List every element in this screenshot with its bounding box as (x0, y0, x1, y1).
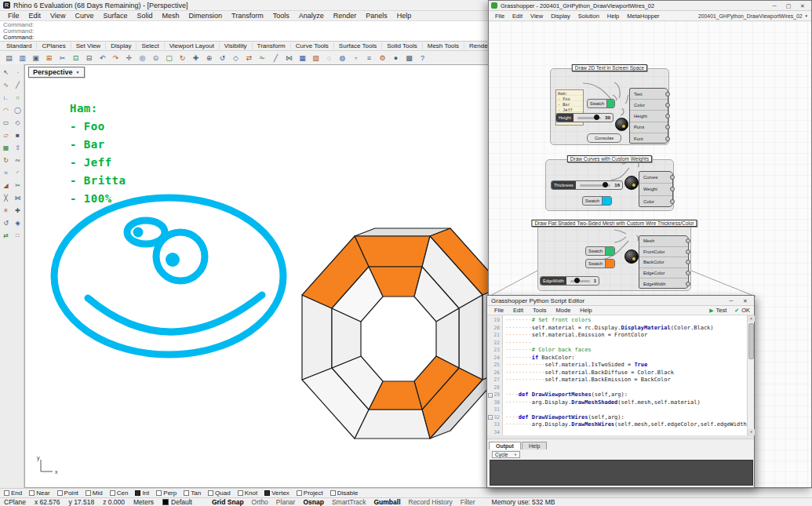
osnap-toggle[interactable]: End (4, 490, 22, 497)
gh-swatch-back-color[interactable]: Swatch (585, 259, 615, 268)
line-icon[interactable]: ╱ (12, 79, 24, 92)
osnap-toggle[interactable]: Cen (110, 490, 129, 497)
toolbar-tab[interactable]: Solid Tools (382, 42, 423, 49)
mirror-icon[interactable]: ⇄ (0, 230, 12, 242)
osnap-toggle[interactable]: Near (29, 490, 49, 497)
slider-track[interactable] (580, 184, 611, 187)
properties-icon[interactable]: ⚙ (376, 52, 389, 64)
slider-track[interactable] (570, 280, 590, 282)
zoom-icon[interactable]: ◎ (136, 52, 149, 64)
group-icon[interactable]: ▦ (296, 52, 309, 64)
split-icon[interactable]: ╳ (0, 192, 12, 205)
gh-output-param[interactable]: Height (630, 111, 668, 122)
gh-swatch-front-color[interactable]: Swatch (585, 246, 615, 256)
status-toggle[interactable]: Record History (409, 498, 453, 506)
toolbar-tab[interactable]: Transform (253, 42, 291, 49)
grasshopper-menu-item[interactable]: File (491, 13, 508, 20)
gh-output-param[interactable]: Color (639, 196, 672, 208)
toolbar-tab[interactable]: Curve Tools (291, 42, 334, 49)
gh-output-param[interactable]: FrontColor (639, 247, 688, 258)
polyline-icon[interactable]: ∟ (0, 92, 12, 104)
rhino-menu-item[interactable]: Solid (132, 12, 157, 20)
gh-output-param[interactable]: EdgeColor (639, 268, 688, 279)
checkbox-icon[interactable] (86, 490, 91, 496)
grasshopper-titlebar[interactable]: Grasshopper - 200401_GHPython_DrawViewpo… (489, 1, 811, 11)
checkbox-icon[interactable] (297, 490, 302, 496)
rhino-menu-item[interactable]: Analyze (294, 12, 329, 20)
osnap-toggle[interactable]: Tan (184, 490, 201, 497)
python-editor-titlebar[interactable]: Grasshopper Python Script Editor ─ ✕ (487, 296, 754, 306)
ghpython-component-icon[interactable] (624, 176, 639, 190)
checkbox-icon[interactable] (135, 490, 140, 496)
status-toggle[interactable]: Grid Snap (212, 498, 244, 506)
revolve-icon[interactable]: ↻ (0, 155, 12, 167)
test-button[interactable]: ▶ Test (709, 307, 726, 314)
checkbox-icon[interactable] (264, 490, 270, 496)
ghpython-component-icon[interactable] (624, 249, 639, 264)
rhino-menu-item[interactable]: Mesh (157, 12, 184, 20)
grasshopper-menu-item[interactable]: Solution (574, 13, 603, 20)
rhino-menu-item[interactable]: Transform (227, 12, 268, 20)
layer-indicator[interactable]: Default (162, 498, 192, 506)
gh-output-param[interactable]: Color (630, 100, 668, 111)
gh-slider-edgewidth[interactable]: EdgeWidth 1 (540, 276, 599, 286)
checkbox-icon[interactable] (29, 490, 35, 496)
toolbar-tab[interactable]: Standard (2, 42, 37, 49)
scrollbar[interactable]: ▲ ▼ (747, 315, 754, 435)
new-file-icon[interactable]: ▤ (2, 52, 16, 64)
rotate-icon[interactable]: ↺ (0, 217, 12, 230)
minimize-icon[interactable]: ─ (724, 296, 738, 306)
lock-icon[interactable]: ▫ (349, 52, 362, 64)
rhino-menu-item[interactable]: File (3, 12, 24, 20)
python-menu-item[interactable]: Edit (508, 307, 528, 314)
print-icon[interactable]: ⊞ (42, 52, 56, 64)
toolbar-tab[interactable]: Visibility (220, 42, 253, 49)
checkbox-icon[interactable] (110, 490, 115, 496)
cycle-selector[interactable]: Cycle ▼ (492, 451, 520, 458)
copy-object-icon[interactable]: ⊕ (202, 52, 216, 64)
osnap-toggle[interactable]: Vertex (264, 490, 289, 497)
document-selector[interactable]: 200401_GHPython_DrawViewportWires_02 ▼ (698, 13, 808, 19)
grid-icon[interactable]: ▩ (402, 52, 416, 64)
extrude-icon[interactable]: ⇧ (12, 142, 24, 155)
close-icon[interactable]: ✕ (738, 296, 752, 306)
gh-output-param[interactable]: Text (630, 89, 668, 100)
rotate-icon[interactable]: ↺ (216, 52, 229, 64)
osnap-toggle[interactable]: Int (135, 490, 149, 497)
gh-output-param[interactable]: Weight (639, 184, 672, 195)
checkbox-icon[interactable] (156, 490, 162, 496)
toolbar-tab[interactable]: Viewport Layout (165, 42, 220, 49)
status-toggle[interactable]: Osnap (303, 498, 323, 506)
join-icon[interactable]: ⋈ (12, 192, 24, 205)
gh-swatch-text-color[interactable]: Swatch (587, 99, 615, 108)
python-menu-item[interactable]: Help (575, 307, 596, 314)
python-menu-item[interactable]: Mode (552, 307, 576, 314)
checkbox-icon[interactable] (330, 490, 336, 496)
move-icon[interactable]: ✚ (12, 205, 24, 217)
rhino-menu-item[interactable]: Surface (98, 12, 132, 20)
hide-icon[interactable]: ◌ (322, 52, 336, 64)
osnap-toggle[interactable]: Point (57, 490, 78, 497)
trim-icon[interactable]: ✁ (256, 52, 269, 64)
osnap-toggle[interactable]: Mid (86, 490, 103, 497)
gh-font-panel[interactable]: Consolas (587, 133, 621, 143)
gh-output-param[interactable]: Point (630, 122, 668, 133)
grasshopper-menu-item[interactable]: Display (547, 13, 574, 20)
checkbox-icon[interactable] (238, 490, 243, 496)
gh-output-param[interactable]: BackColor (639, 257, 688, 268)
circle-icon[interactable]: ○ (12, 92, 24, 104)
slider-knob[interactable] (594, 115, 599, 120)
status-toggle[interactable]: Gumball (373, 498, 400, 506)
scale-icon[interactable]: ◇ (229, 52, 242, 64)
copy-icon[interactable]: ⊡ (69, 52, 82, 64)
cplane-button[interactable]: CPlane (4, 498, 26, 506)
rhino-menu-item[interactable]: View (46, 12, 70, 20)
explode-icon[interactable]: ✳ (0, 205, 12, 217)
ghpython-output-params[interactable]: TextColorHeightPointFont (629, 88, 668, 144)
osnap-toggle[interactable]: Knot (238, 490, 257, 497)
save-icon[interactable]: ▣ (29, 52, 42, 64)
loft-icon[interactable]: ≈ (0, 167, 12, 180)
fillet-icon[interactable]: ◜ (12, 167, 24, 180)
undo-icon[interactable]: ↶ (96, 52, 109, 64)
status-toggle[interactable]: Planar (276, 498, 296, 506)
